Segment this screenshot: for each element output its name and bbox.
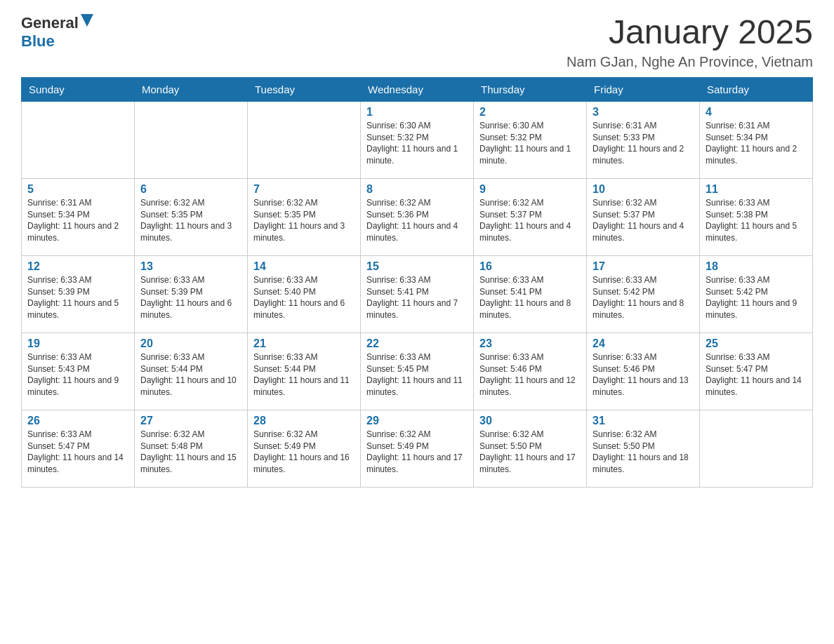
day-number: 21 bbox=[253, 337, 355, 350]
day-number: 23 bbox=[479, 337, 581, 350]
calendar-cell: 15Sunrise: 6:33 AMSunset: 5:41 PMDayligh… bbox=[361, 255, 474, 333]
calendar-cell: 24Sunrise: 6:33 AMSunset: 5:46 PMDayligh… bbox=[587, 333, 700, 410]
calendar-cell: 5Sunrise: 6:31 AMSunset: 5:34 PMDaylight… bbox=[22, 178, 135, 255]
calendar-cell: 31Sunrise: 6:32 AMSunset: 5:50 PMDayligh… bbox=[587, 410, 700, 487]
day-number: 6 bbox=[140, 183, 241, 196]
day-number: 25 bbox=[706, 337, 807, 350]
day-info: Sunrise: 6:33 AMSunset: 5:39 PMDaylight:… bbox=[140, 274, 241, 321]
day-info: Sunrise: 6:33 AMSunset: 5:43 PMDaylight:… bbox=[27, 351, 128, 398]
day-info: Sunrise: 6:33 AMSunset: 5:42 PMDaylight:… bbox=[593, 274, 694, 321]
day-number: 11 bbox=[706, 183, 807, 196]
calendar-cell: 7Sunrise: 6:32 AMSunset: 5:35 PMDaylight… bbox=[248, 178, 361, 255]
day-number: 24 bbox=[593, 337, 694, 350]
calendar-title: January 2025 bbox=[567, 14, 813, 51]
calendar-cell: 10Sunrise: 6:32 AMSunset: 5:37 PMDayligh… bbox=[587, 178, 700, 255]
calendar-cell: 2Sunrise: 6:30 AMSunset: 5:32 PMDaylight… bbox=[474, 101, 587, 178]
day-number: 13 bbox=[140, 260, 241, 273]
calendar-week-row: 12Sunrise: 6:33 AMSunset: 5:39 PMDayligh… bbox=[22, 255, 813, 333]
weekday-header-monday: Monday bbox=[135, 77, 248, 101]
day-info: Sunrise: 6:32 AMSunset: 5:49 PMDaylight:… bbox=[253, 429, 355, 476]
day-info: Sunrise: 6:32 AMSunset: 5:35 PMDaylight:… bbox=[140, 197, 241, 244]
calendar-cell: 23Sunrise: 6:33 AMSunset: 5:46 PMDayligh… bbox=[474, 333, 587, 410]
calendar-subtitle: Nam GJan, Nghe An Province, Vietnam bbox=[567, 54, 813, 70]
calendar-cell: 16Sunrise: 6:33 AMSunset: 5:41 PMDayligh… bbox=[474, 255, 587, 333]
weekday-header-sunday: Sunday bbox=[22, 77, 135, 101]
weekday-header-tuesday: Tuesday bbox=[248, 77, 361, 101]
day-info: Sunrise: 6:32 AMSunset: 5:48 PMDaylight:… bbox=[140, 429, 241, 476]
calendar-cell: 14Sunrise: 6:33 AMSunset: 5:40 PMDayligh… bbox=[248, 255, 361, 333]
day-info: Sunrise: 6:31 AMSunset: 5:33 PMDaylight:… bbox=[593, 120, 694, 167]
calendar-cell: 22Sunrise: 6:33 AMSunset: 5:45 PMDayligh… bbox=[361, 333, 474, 410]
calendar-week-row: 5Sunrise: 6:31 AMSunset: 5:34 PMDaylight… bbox=[22, 178, 813, 255]
day-info: Sunrise: 6:31 AMSunset: 5:34 PMDaylight:… bbox=[27, 197, 128, 244]
day-info: Sunrise: 6:32 AMSunset: 5:37 PMDaylight:… bbox=[593, 197, 694, 244]
day-number: 4 bbox=[706, 106, 807, 119]
calendar-cell: 29Sunrise: 6:32 AMSunset: 5:49 PMDayligh… bbox=[361, 410, 474, 487]
day-info: Sunrise: 6:33 AMSunset: 5:47 PMDaylight:… bbox=[706, 351, 807, 398]
day-number: 3 bbox=[593, 106, 694, 119]
day-info: Sunrise: 6:32 AMSunset: 5:49 PMDaylight:… bbox=[366, 429, 468, 476]
calendar-cell: 19Sunrise: 6:33 AMSunset: 5:43 PMDayligh… bbox=[22, 333, 135, 410]
day-info: Sunrise: 6:33 AMSunset: 5:44 PMDaylight:… bbox=[253, 351, 355, 398]
day-number: 5 bbox=[27, 183, 128, 196]
calendar-cell: 27Sunrise: 6:32 AMSunset: 5:48 PMDayligh… bbox=[135, 410, 248, 487]
day-number: 26 bbox=[27, 415, 128, 427]
calendar-cell: 30Sunrise: 6:32 AMSunset: 5:50 PMDayligh… bbox=[474, 410, 587, 487]
day-info: Sunrise: 6:32 AMSunset: 5:36 PMDaylight:… bbox=[366, 197, 468, 244]
svg-marker-0 bbox=[81, 14, 93, 27]
day-number: 7 bbox=[253, 183, 355, 196]
day-info: Sunrise: 6:30 AMSunset: 5:32 PMDaylight:… bbox=[366, 120, 468, 167]
day-number: 10 bbox=[593, 183, 694, 196]
day-info: Sunrise: 6:33 AMSunset: 5:42 PMDaylight:… bbox=[706, 274, 807, 321]
day-info: Sunrise: 6:32 AMSunset: 5:37 PMDaylight:… bbox=[479, 197, 581, 244]
calendar-cell: 11Sunrise: 6:33 AMSunset: 5:38 PMDayligh… bbox=[700, 178, 813, 255]
calendar-cell: 4Sunrise: 6:31 AMSunset: 5:34 PMDaylight… bbox=[700, 101, 813, 178]
calendar-week-row: 19Sunrise: 6:33 AMSunset: 5:43 PMDayligh… bbox=[22, 333, 813, 410]
day-number: 28 bbox=[253, 415, 355, 427]
day-number: 9 bbox=[479, 183, 581, 196]
calendar-cell: 20Sunrise: 6:33 AMSunset: 5:44 PMDayligh… bbox=[135, 333, 248, 410]
day-number: 31 bbox=[593, 415, 694, 427]
day-info: Sunrise: 6:30 AMSunset: 5:32 PMDaylight:… bbox=[479, 120, 581, 167]
weekday-header-wednesday: Wednesday bbox=[361, 77, 474, 101]
calendar-table: SundayMondayTuesdayWednesdayThursdayFrid… bbox=[21, 77, 813, 488]
calendar-cell: 3Sunrise: 6:31 AMSunset: 5:33 PMDaylight… bbox=[587, 101, 700, 178]
weekday-header-saturday: Saturday bbox=[700, 77, 813, 101]
calendar-cell: 6Sunrise: 6:32 AMSunset: 5:35 PMDaylight… bbox=[135, 178, 248, 255]
calendar-cell: 9Sunrise: 6:32 AMSunset: 5:37 PMDaylight… bbox=[474, 178, 587, 255]
day-info: Sunrise: 6:33 AMSunset: 5:39 PMDaylight:… bbox=[27, 274, 128, 321]
day-number: 15 bbox=[366, 260, 468, 273]
title-section: January 2025 Nam GJan, Nghe An Province,… bbox=[567, 14, 813, 70]
calendar-cell: 18Sunrise: 6:33 AMSunset: 5:42 PMDayligh… bbox=[700, 255, 813, 333]
logo-general-text: General bbox=[21, 14, 79, 32]
day-number: 1 bbox=[366, 106, 468, 119]
day-info: Sunrise: 6:33 AMSunset: 5:41 PMDaylight:… bbox=[366, 274, 468, 321]
calendar-cell: 12Sunrise: 6:33 AMSunset: 5:39 PMDayligh… bbox=[22, 255, 135, 333]
weekday-header-thursday: Thursday bbox=[474, 77, 587, 101]
day-number: 2 bbox=[479, 106, 581, 119]
day-number: 12 bbox=[27, 260, 128, 273]
day-number: 20 bbox=[140, 337, 241, 350]
calendar-cell: 8Sunrise: 6:32 AMSunset: 5:36 PMDaylight… bbox=[361, 178, 474, 255]
calendar-cell bbox=[248, 101, 361, 178]
day-info: Sunrise: 6:33 AMSunset: 5:45 PMDaylight:… bbox=[366, 351, 468, 398]
day-info: Sunrise: 6:33 AMSunset: 5:47 PMDaylight:… bbox=[27, 429, 128, 476]
day-number: 22 bbox=[366, 337, 468, 350]
day-number: 30 bbox=[479, 415, 581, 427]
day-info: Sunrise: 6:32 AMSunset: 5:50 PMDaylight:… bbox=[593, 429, 694, 476]
day-info: Sunrise: 6:33 AMSunset: 5:41 PMDaylight:… bbox=[479, 274, 581, 321]
day-info: Sunrise: 6:31 AMSunset: 5:34 PMDaylight:… bbox=[706, 120, 807, 167]
day-info: Sunrise: 6:33 AMSunset: 5:38 PMDaylight:… bbox=[706, 197, 807, 244]
day-info: Sunrise: 6:33 AMSunset: 5:40 PMDaylight:… bbox=[253, 274, 355, 321]
weekday-header-friday: Friday bbox=[587, 77, 700, 101]
logo-blue-text: Blue bbox=[21, 32, 55, 50]
day-number: 27 bbox=[140, 415, 241, 427]
day-info: Sunrise: 6:32 AMSunset: 5:50 PMDaylight:… bbox=[479, 429, 581, 476]
calendar-header-row: SundayMondayTuesdayWednesdayThursdayFrid… bbox=[22, 77, 813, 101]
day-number: 8 bbox=[366, 183, 468, 196]
day-info: Sunrise: 6:33 AMSunset: 5:46 PMDaylight:… bbox=[479, 351, 581, 398]
day-info: Sunrise: 6:33 AMSunset: 5:46 PMDaylight:… bbox=[593, 351, 694, 398]
calendar-cell: 1Sunrise: 6:30 AMSunset: 5:32 PMDaylight… bbox=[361, 101, 474, 178]
calendar-cell: 25Sunrise: 6:33 AMSunset: 5:47 PMDayligh… bbox=[700, 333, 813, 410]
day-number: 19 bbox=[27, 337, 128, 350]
